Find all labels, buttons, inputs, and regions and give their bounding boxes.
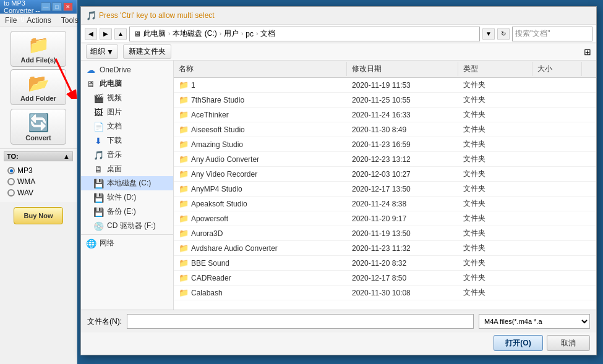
table-row[interactable]: 📁 Any Audio Converter 2020-12-23 13:12 文… (174, 152, 596, 167)
menu-tools[interactable]: Tools (59, 15, 81, 25)
left-item-pictures[interactable]: 🖼 图片 (81, 105, 173, 119)
filename-input[interactable] (127, 314, 474, 329)
file-name-cell: 📁 Avdshare Audio Converter (174, 241, 347, 255)
e-drive-label: 备份 (E:) (107, 206, 136, 217)
breadcrumb-sep-4: › (256, 30, 258, 37)
left-item-desktop[interactable]: 🖥 桌面 (81, 162, 173, 176)
nav-back-button[interactable]: ◀ (85, 28, 97, 40)
col-type[interactable]: 类型 (458, 62, 532, 76)
search-box[interactable]: 搜索"文档" (512, 27, 592, 41)
left-item-video[interactable]: 🎬 视频 (81, 91, 173, 105)
table-row[interactable]: 📁 Avdshare Audio Converter 2020-11-23 11… (174, 241, 596, 256)
left-item-cd-drive[interactable]: 💿 CD 驱动器 (F:) (81, 219, 173, 233)
file-size-cell (532, 167, 582, 181)
convert-icon: 🔄 (28, 112, 49, 133)
dialog-addressbar: ◀ ▶ ▲ 🖥 此电脑 › 本地磁盘 (C:) › 用户 › pc › 文档 ▼… (81, 25, 596, 43)
e-drive-icon: 💾 (93, 207, 103, 217)
col-name[interactable]: 名称 (174, 62, 347, 76)
open-button[interactable]: 打开(O) (494, 335, 543, 351)
buy-now-button[interactable]: Buy Now (14, 207, 63, 224)
left-item-onedrive[interactable]: ☁ OneDrive (81, 63, 173, 77)
table-row[interactable]: 📁 Apeaksoft Studio 2020-11-24 8:38 文件夹 (174, 197, 596, 211)
file-type-cell: 文件夹 (458, 182, 532, 196)
folder-icon: 📁 (179, 169, 189, 179)
wav-radio[interactable] (7, 189, 15, 197)
dialog-subbar: 组织 ▼ 新建文件夹 ⊞ (81, 43, 596, 61)
nav-up-button[interactable]: ▲ (114, 28, 127, 40)
col-size[interactable]: 大小 (532, 62, 582, 76)
format-wav[interactable]: WAV (7, 188, 69, 197)
table-row[interactable]: 📁 7thShare Studio 2020-11-25 10:55 文件夹 (174, 93, 596, 108)
left-item-e-drive[interactable]: 💾 备份 (E:) (81, 205, 173, 219)
file-name: Apeaksoft Studio (191, 200, 247, 208)
menu-actions[interactable]: Actions (24, 15, 53, 25)
left-item-computer[interactable]: 🖥 此电脑 (81, 77, 173, 91)
convert-button[interactable]: 🔄 Convert (11, 109, 66, 145)
add-folder-button[interactable]: 📂 Add Folder (11, 69, 66, 105)
folder-icon: 📁 (179, 95, 189, 104)
cancel-button[interactable]: 取消 (547, 335, 590, 351)
file-size-cell (532, 93, 582, 107)
nav-dropdown-button[interactable]: ▼ (482, 28, 495, 40)
file-type-cell: 文件夹 (458, 93, 532, 107)
folder-icon: 📁 (179, 214, 189, 223)
add-files-label: Add File(s) (21, 56, 56, 64)
maximize-button[interactable]: □ (52, 2, 62, 11)
left-item-music[interactable]: 🎵 音乐 (81, 148, 173, 162)
to-collapse-icon[interactable]: ▲ (63, 153, 70, 160)
table-row[interactable]: 📁 BBE Sound 2020-11-20 8:32 文件夹 (174, 256, 596, 271)
col-date[interactable]: 修改日期 (347, 62, 458, 76)
file-size-cell (532, 271, 582, 285)
downloads-label: 下载 (107, 135, 122, 146)
file-size-cell (532, 152, 582, 166)
table-row[interactable]: 📁 Aiseesoft Studio 2020-11-30 8:49 文件夹 (174, 122, 596, 137)
music-label: 音乐 (107, 150, 122, 160)
file-type-cell: 文件夹 (458, 256, 532, 270)
dialog-body: ☁ OneDrive 🖥 此电脑 🎬 视频 🖼 图片 📄 文档 ⬇ 下载 (81, 61, 596, 310)
minimize-button[interactable]: — (41, 2, 51, 11)
wma-label: WMA (17, 177, 35, 186)
menu-file[interactable]: File (2, 15, 19, 25)
add-files-button[interactable]: 📁 Add File(s) (11, 31, 66, 67)
new-folder-button[interactable]: 新建文件夹 (123, 44, 171, 59)
table-row[interactable]: 📁 AnyMP4 Studio 2020-12-17 13:50 文件夹 (174, 182, 596, 197)
wma-radio[interactable] (7, 178, 15, 185)
address-breadcrumb[interactable]: 🖥 此电脑 › 本地磁盘 (C:) › 用户 › pc › 文档 (129, 27, 480, 41)
table-row[interactable]: 📁 Apowersoft 2020-11-20 9:17 文件夹 (174, 211, 596, 226)
mp3-radio[interactable] (7, 167, 15, 174)
table-row[interactable]: 📁 Amazing Studio 2020-11-23 16:59 文件夹 (174, 137, 596, 152)
file-name: Calabash (191, 289, 223, 297)
table-row[interactable]: 📁 Any Video Recorder 2020-12-03 10:27 文件… (174, 167, 596, 182)
left-item-c-drive[interactable]: 💾 本地磁盘 (C:) (81, 176, 173, 190)
file-size-cell (532, 211, 582, 226)
music-note-icon: 🎵 (86, 11, 96, 20)
folder-icon: 📁 (179, 258, 189, 268)
format-mp3[interactable]: MP3 (7, 166, 69, 175)
app-titlebar: Magic M4A to MP3 Converter ---Unregister… (0, 0, 77, 14)
file-name-cell: 📁 AnyMP4 Studio (174, 182, 347, 196)
view-toggle-button[interactable]: ⊞ (584, 47, 591, 57)
table-row[interactable]: 📁 AceThinker 2020-11-24 16:33 文件夹 (174, 108, 596, 122)
breadcrumb-pc: pc (246, 30, 254, 38)
left-item-downloads[interactable]: ⬇ 下载 (81, 133, 173, 148)
organize-button[interactable]: 组织 ▼ (86, 44, 118, 59)
onedrive-icon: ☁ (86, 65, 96, 75)
table-row[interactable]: 📁 Calabash 2020-11-30 10:08 文件夹 (174, 286, 596, 300)
file-name-cell: 📁 Apeaksoft Studio (174, 197, 347, 211)
nav-refresh-button[interactable]: ↻ (497, 28, 510, 40)
file-name-cell: 📁 Amazing Studio (174, 137, 347, 151)
close-button[interactable]: ✕ (63, 2, 73, 11)
nav-forward-button[interactable]: ▶ (100, 28, 112, 40)
filetype-select[interactable]: M4A files(*.m4a *.a (479, 314, 590, 329)
left-item-network[interactable]: 🌐 网络 (81, 236, 173, 250)
left-item-documents[interactable]: 📄 文档 (81, 119, 173, 133)
file-name: Apowersoft (191, 214, 228, 223)
left-item-d-drive[interactable]: 💾 软件 (D:) (81, 190, 173, 205)
to-header: TO: ▲ (4, 151, 73, 161)
table-row[interactable]: 📁 CADReader 2020-12-17 8:50 文件夹 (174, 271, 596, 286)
table-row[interactable]: 📁 Aurora3D 2020-11-19 13:50 文件夹 (174, 226, 596, 241)
table-row[interactable]: 📁 1 2020-11-19 11:53 文件夹 (174, 78, 596, 93)
file-type-cell: 文件夹 (458, 211, 532, 226)
format-wma[interactable]: WMA (7, 177, 69, 186)
file-list-header: 名称 修改日期 类型 大小 (174, 61, 596, 78)
